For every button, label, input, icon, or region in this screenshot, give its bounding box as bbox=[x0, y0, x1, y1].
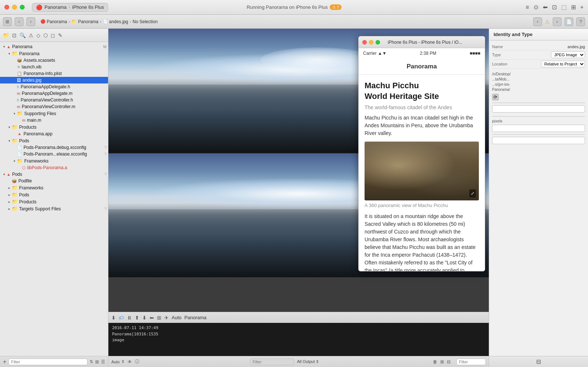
trash-btn[interactable]: 🗑 bbox=[433, 359, 437, 364]
sim-max-button[interactable] bbox=[376, 40, 380, 44]
sidebar-square-icon[interactable]: ◻ bbox=[51, 32, 55, 38]
sort-icon[interactable]: ⇅ bbox=[90, 359, 93, 364]
reveal-button[interactable]: ⟳ bbox=[492, 94, 499, 100]
debug-btn4[interactable]: ⬆ bbox=[135, 315, 139, 321]
filter-input2[interactable] bbox=[250, 359, 294, 365]
debug-btn3[interactable]: ⏸ bbox=[127, 315, 132, 321]
location-label: Location bbox=[492, 62, 508, 66]
back-icon[interactable]: ⬅ bbox=[543, 4, 548, 11]
sidebar-item-targets-support[interactable]: 📁 Targets Support Files ? bbox=[0, 205, 108, 212]
m-icon2: m bbox=[17, 104, 20, 109]
type-select[interactable]: JPEG Image bbox=[551, 51, 585, 58]
sidebar-item-libpods[interactable]: ⬡ libPods-Panorama.a bbox=[0, 164, 108, 171]
debug-btn2[interactable]: 🏷 bbox=[119, 315, 124, 321]
sidebar-search-icon[interactable]: 🔍 bbox=[19, 32, 26, 38]
sidebar-item-viewcontroller-m[interactable]: m PanoramaViewController.m bbox=[0, 103, 108, 110]
breadcrumb: 🔴 Panorama › 📁 Panorama › 📄 andes.jpg › … bbox=[40, 19, 158, 24]
sidebar-folder-icon[interactable]: 📁 bbox=[3, 32, 9, 38]
extra-input[interactable] bbox=[492, 137, 585, 144]
breadcrumb-file[interactable]: 📄 andes.jpg bbox=[103, 19, 128, 24]
layout-btn1[interactable]: ⊞ bbox=[440, 359, 444, 364]
filter-input[interactable] bbox=[8, 359, 87, 365]
sidebar-item-pods-products[interactable]: 📁 Products bbox=[0, 198, 108, 205]
sidebar-item-viewcontroller-h[interactable]: h PanoramaViewController.h bbox=[0, 97, 108, 103]
debug-btn6[interactable]: ⬅ bbox=[150, 315, 154, 321]
sidebar-item-frameworks[interactable]: 📁 Frameworks bbox=[0, 157, 108, 164]
sidebar-item-pods-root[interactable]: ▲ Pods ? bbox=[0, 171, 108, 178]
layout1-icon[interactable]: ⊡ bbox=[552, 4, 557, 11]
prev-button[interactable]: ‹ bbox=[533, 17, 542, 26]
on-demand-input[interactable] bbox=[492, 105, 585, 113]
pixels-input[interactable] bbox=[492, 125, 585, 132]
eye-btn[interactable]: 👁 bbox=[128, 359, 132, 364]
panel-bottom-icon[interactable]: ⊟ bbox=[536, 358, 541, 365]
debug-btn7[interactable]: ⊞ bbox=[157, 315, 161, 321]
sim-title: iPhone 6s Plus - iPhone 6s Plus / iO... bbox=[380, 40, 470, 45]
sidebar-edit-icon[interactable]: ✎ bbox=[58, 32, 62, 38]
sidebar-item-panorama-root[interactable]: ▲ Panorama M bbox=[0, 43, 108, 50]
sidebar-item-delegate-h[interactable]: h PanoramaAppDelegate.h bbox=[0, 83, 108, 90]
help-button[interactable]: ? bbox=[576, 17, 585, 26]
badge-targets: ? bbox=[104, 207, 107, 211]
forward-nav-button[interactable]: › bbox=[26, 17, 35, 26]
maximize-button[interactable] bbox=[20, 5, 25, 10]
warning-badge[interactable]: ⚠ 7 bbox=[330, 4, 341, 10]
image-texture bbox=[365, 142, 479, 200]
sidebar-item-app[interactable]: 🔺 Panorama.app bbox=[0, 131, 108, 137]
filter-icon-btn1[interactable]: ⊞ bbox=[95, 359, 99, 364]
sim-close-button[interactable] bbox=[362, 40, 367, 44]
sidebar-item-plist[interactable]: 📋 Panorama-Info.plist bbox=[0, 70, 108, 77]
sidebar-item-panorama-group[interactable]: 📁 Panorama bbox=[0, 50, 108, 57]
sidebar-item-launch[interactable]: ✕ launch.xib bbox=[0, 64, 108, 70]
sidebar-warning-icon[interactable]: ⚠ bbox=[29, 32, 33, 38]
title-bar-right: ≡ ⊙ ⬅ ⊡ ⬚ ⊞ + bbox=[526, 4, 584, 11]
breadcrumb-folder[interactable]: 📁 Panorama bbox=[71, 19, 98, 24]
sidebar-item-main[interactable]: m main.m bbox=[0, 117, 108, 124]
sidebar-item-supporting[interactable]: 📁 Supporting Files bbox=[0, 110, 108, 117]
sidebar-item-products[interactable]: 📁 Products bbox=[0, 124, 108, 131]
sidebar-item-podfile[interactable]: 📦 Podfile bbox=[0, 178, 108, 184]
sidebar-diamond-icon[interactable]: ◇ bbox=[36, 32, 40, 38]
list-icon[interactable]: ≡ bbox=[526, 4, 529, 11]
sidebar-hex-icon[interactable]: ⬡ bbox=[43, 32, 48, 38]
sidebar-item-pods-debug[interactable]: 📄 Pods-Panorama.debug.xcconfig ? bbox=[0, 144, 108, 151]
sidebar-label-vc-h: PanoramaViewController.h bbox=[21, 97, 73, 103]
add-filter-button[interactable]: + bbox=[3, 359, 6, 365]
minimize-button[interactable] bbox=[12, 5, 17, 10]
debug-btn8[interactable]: ✈ bbox=[164, 315, 169, 321]
add-icon[interactable]: + bbox=[580, 4, 584, 11]
breadcrumb-project[interactable]: 🔴 Panorama bbox=[40, 19, 67, 24]
sidebar-item-pods-frameworks[interactable]: 📁 Frameworks bbox=[0, 184, 108, 191]
sidebar-item-assets[interactable]: 📦 Assets.xcassets bbox=[0, 57, 108, 64]
sidebar-item-pods-release[interactable]: 📄 Pods-Panoram...elease.xcconfig ? bbox=[0, 151, 108, 157]
info-btn[interactable]: ⓘ bbox=[135, 359, 139, 365]
debug-btn1[interactable]: ⬇ bbox=[111, 315, 116, 321]
expand-icon[interactable]: ⤢ bbox=[469, 189, 476, 197]
filter-input3[interactable] bbox=[456, 359, 486, 365]
sidebar-item-pods-pods[interactable]: 📁 Pods bbox=[0, 191, 108, 198]
location-select[interactable]: Relative to Project bbox=[541, 61, 585, 67]
sidebar-item-delegate-m[interactable]: m PanoramaAppDelegate.m bbox=[0, 90, 108, 97]
sidebar-label-pods-pods: Pods bbox=[19, 192, 29, 197]
new-file-button[interactable]: 📄 bbox=[564, 17, 573, 26]
podfile-icon: 📦 bbox=[12, 179, 17, 184]
badge-pods-root: ? bbox=[104, 172, 107, 177]
debug-btn5[interactable]: ⬇ bbox=[142, 315, 147, 321]
sidebar-item-pods-group[interactable]: 📁 Pods bbox=[0, 137, 108, 144]
warning-icon[interactable]: ⚠ bbox=[545, 19, 550, 25]
next-button[interactable]: › bbox=[553, 17, 562, 26]
layout3-icon[interactable]: ⊞ bbox=[571, 4, 576, 11]
route-icon[interactable]: ⊙ bbox=[534, 4, 538, 11]
close-button[interactable] bbox=[4, 5, 9, 10]
layout2-icon[interactable]: ⬚ bbox=[561, 4, 567, 11]
sim-min-button[interactable] bbox=[369, 40, 373, 44]
grid-view-button[interactable]: ⊞ bbox=[3, 17, 12, 26]
sim-scroll-content[interactable]: Machu PicchuWorld Heritage Site The worl… bbox=[359, 75, 485, 271]
sidebar-diff-icon[interactable]: ⊡ bbox=[12, 32, 17, 38]
back-nav-button[interactable]: ‹ bbox=[15, 17, 24, 26]
sidebar-item-andes[interactable]: 🖼 andes.jpg bbox=[0, 77, 108, 83]
layout-btn2[interactable]: ⊟ bbox=[447, 359, 451, 364]
filter-icon-btn2[interactable]: ☰ bbox=[101, 359, 105, 364]
scheme-selector[interactable]: 🔴 Panorama › iPhone 6s Plus bbox=[32, 3, 108, 12]
device-name: iPhone 6s Plus bbox=[72, 4, 104, 10]
